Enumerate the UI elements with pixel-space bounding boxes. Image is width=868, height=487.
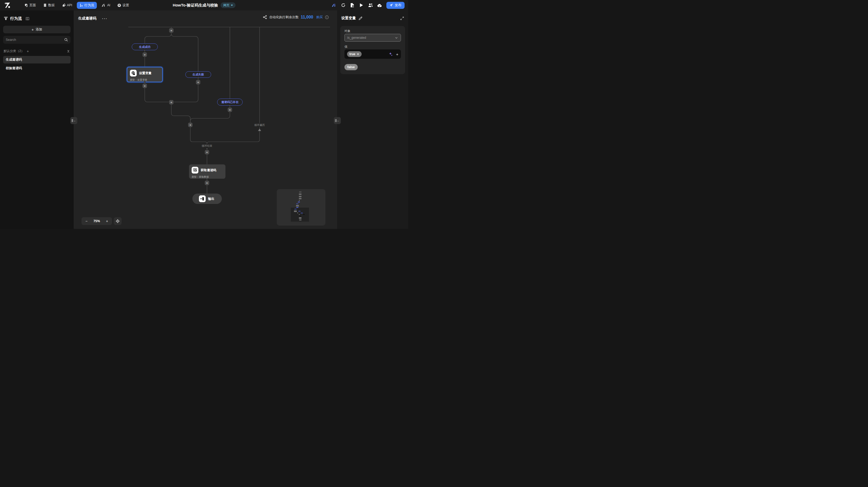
plus-icon [31, 27, 34, 32]
app-logo[interactable] [4, 2, 11, 8]
collapse-panel-handle[interactable]: ← [334, 117, 341, 124]
collapse-all-icon[interactable] [67, 50, 70, 53]
nav-label: 行为流 [84, 3, 94, 7]
pages-icon [25, 3, 28, 7]
zoom-in-button[interactable] [105, 219, 109, 223]
flow-item-label: 校验邀请码 [6, 66, 22, 70]
flow-menu-button[interactable] [102, 17, 107, 21]
nav-data[interactable]: 数据 [41, 2, 57, 9]
object-label: 对象 [344, 29, 350, 33]
add-flow-button[interactable]: 添加 [3, 26, 70, 33]
project-title: HowTo-验证码生成与校验 [173, 3, 218, 8]
flow-canvas[interactable]: 生成邀请码 自动化执行剩余次数 11,000 购买 [74, 10, 337, 229]
object-select[interactable]: is_generated [344, 34, 401, 42]
cloud-sync-button[interactable] [377, 3, 382, 7]
minimap-node [294, 210, 297, 212]
flow-list-item[interactable]: 校验邀请码 [3, 65, 70, 72]
minimap-node [301, 213, 303, 214]
nav-ai[interactable]: AI [99, 2, 113, 8]
gear-icon [117, 3, 121, 7]
fit-view-button[interactable] [114, 217, 122, 225]
search-icon[interactable] [64, 38, 68, 42]
zoom-out-button[interactable] [85, 219, 88, 223]
info-icon[interactable] [325, 15, 329, 19]
collaborators-button[interactable] [368, 3, 373, 7]
loop-arrow-up-icon [258, 129, 261, 131]
flow-list: 生成邀请码 校验邀请码 [3, 56, 70, 72]
collapse-sidebar-handle[interactable]: ← [70, 117, 77, 124]
remove-tag-icon[interactable] [357, 53, 359, 56]
collapse-icon [335, 119, 336, 122]
nav-behavior-flow[interactable]: 行为流 [77, 2, 97, 9]
topbar: 页面 数据 API 行为流 AI 设置 Ho [0, 0, 408, 10]
refresh-button[interactable] [341, 3, 345, 7]
minimap[interactable] [277, 189, 326, 226]
collapse-icon [71, 119, 73, 122]
add-category-button[interactable]: + [27, 49, 29, 53]
automation-quota-count: 11,000 [301, 15, 313, 20]
ai-assistant-button[interactable] [332, 3, 336, 7]
flow-icon [80, 3, 83, 7]
event-label: 生成成功 [139, 45, 151, 49]
minimap-node [299, 217, 302, 219]
chevron-down-icon [231, 5, 233, 6]
add-node-button[interactable] [205, 150, 209, 155]
connector-dot [144, 82, 146, 83]
cloud-check-icon [377, 3, 382, 7]
nav-settings[interactable]: 设置 [115, 2, 131, 9]
behavior-flow-sidebar: 行为流 添加 默认分类（2） + 生成邀请码 校验邀请码 [0, 10, 74, 229]
node-get-invite-code[interactable]: 获取邀请码 类型：获取数据 [189, 164, 225, 179]
panel-title: 设置变量 [341, 16, 356, 21]
value-tag-true[interactable]: true [347, 51, 362, 57]
edit-pencil-icon[interactable] [359, 17, 363, 20]
add-node-button[interactable] [205, 181, 209, 185]
flow-list-item[interactable]: 生成邀请码 [3, 56, 70, 63]
people-icon [368, 3, 373, 7]
search-input[interactable] [6, 38, 64, 42]
ai-icon [101, 4, 106, 7]
expand-panel-button[interactable] [400, 17, 404, 20]
add-node-button[interactable] [228, 108, 232, 112]
node-output[interactable]: 输出 [192, 194, 222, 204]
target-selector[interactable]: 网页 [220, 2, 235, 8]
ai-sparkle-icon[interactable] [389, 52, 393, 56]
automation-quota-label: 自动化执行剩余次数 [269, 15, 299, 20]
minimap-node [299, 219, 302, 221]
nav-api[interactable]: API [59, 2, 75, 8]
nav-pages[interactable]: 页面 [22, 2, 38, 9]
z-logo-icon [4, 2, 11, 8]
docs-book-icon[interactable] [26, 17, 29, 21]
minimap-node [296, 205, 299, 206]
add-node-button[interactable] [188, 123, 193, 127]
add-node-button[interactable] [143, 53, 147, 57]
publish-button[interactable]: 发布 [386, 2, 405, 9]
minimap-node [303, 214, 305, 215]
minimap-node [296, 203, 298, 204]
nav-label: API [67, 3, 72, 7]
sidebar-title: 行为流 [10, 16, 22, 21]
set-variable-icon [130, 70, 137, 76]
preview-button[interactable] [359, 3, 364, 7]
connector-dot [206, 178, 208, 180]
nav-label: 设置 [122, 3, 129, 7]
add-value-button[interactable] [396, 52, 398, 57]
refresh-sparkle-icon [341, 3, 345, 7]
flow-item-label: 生成邀请码 [6, 58, 22, 62]
minimap-node [298, 202, 300, 202]
node-set-variable[interactable]: 设置变量 类型：设置变量 [127, 67, 163, 82]
event-pill-code-exists[interactable]: 邀请码已存在 [217, 99, 243, 106]
arrow-left-icon: ← [73, 119, 76, 122]
arrow-left-icon: ← [337, 119, 340, 122]
loop-end-label: 循环结束 [201, 144, 213, 148]
tag-label: false [347, 65, 355, 69]
nav-label: 页面 [29, 3, 36, 7]
add-node-button[interactable] [143, 84, 147, 88]
buy-quota-link[interactable]: 购买 [316, 15, 323, 20]
value-input[interactable]: true [344, 50, 401, 59]
add-node-button[interactable] [169, 100, 174, 105]
add-node-button[interactable] [169, 28, 174, 33]
connector-dot [229, 105, 231, 106]
value-tag-false[interactable]: false [344, 64, 358, 70]
file-settings-button[interactable] [350, 3, 354, 7]
add-node-button[interactable] [196, 80, 200, 85]
